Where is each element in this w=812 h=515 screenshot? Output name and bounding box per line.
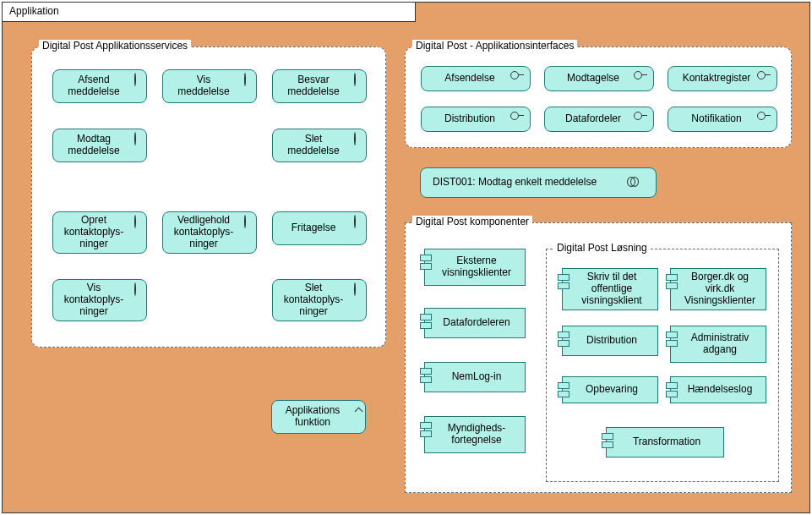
group-services-label: Digital Post Applikationsservices	[39, 40, 191, 52]
interface-icon	[760, 112, 771, 118]
service-label: Slet kontaktoplys-ninger	[280, 282, 347, 317]
service-icon	[349, 134, 361, 140]
service-vedligehold-kontakt[interactable]: Vedligehold kontaktoplys-ninger	[162, 211, 257, 254]
service-modtag[interactable]: Modtag meddelelse	[52, 129, 147, 162]
service-label: Afsend meddelelse	[60, 74, 128, 98]
service-icon	[349, 74, 361, 81]
comp-label: Hændelseslog	[688, 384, 753, 396]
comp-distribution[interactable]: Distribution	[562, 326, 658, 356]
interface-icon	[636, 71, 648, 78]
comp-eksterne-visningsklienter[interactable]: Eksterne visningsklienter	[424, 249, 526, 286]
interface-datafordeler[interactable]: Datafordeler	[544, 107, 654, 132]
service-icon	[239, 74, 251, 81]
interface-label: Afsendelse	[444, 73, 494, 85]
group-interfaces: Digital Post - Applikationsinterfaces Af…	[405, 47, 792, 148]
service-icon	[239, 216, 251, 223]
comp-label: Borger.dk og virk.dk Visningsklienter	[679, 271, 760, 306]
interface-distribution[interactable]: Distribution	[421, 107, 531, 132]
interface-icon	[760, 71, 771, 78]
service-label: Modtag meddelelse	[60, 134, 128, 157]
service-icon	[349, 284, 361, 291]
comp-haendelseslog[interactable]: Hændelseslog	[670, 376, 766, 403]
service-icon	[129, 74, 141, 81]
diagram-canvas: Applikation Digital Post Applikationsser…	[0, 0, 812, 515]
comp-myndighedsfortegnelse[interactable]: Myndigheds-fortegnelse	[424, 416, 526, 453]
service-opret-kontakt[interactable]: Opret kontaktoplys-ninger	[52, 211, 147, 254]
service-icon	[129, 216, 141, 223]
service-slet-meddelelse[interactable]: Slet meddelelse	[272, 129, 367, 162]
comp-label: Eksterne visningsklienter	[433, 255, 520, 279]
group-services: Digital Post Applikationsservices Afsend…	[31, 47, 386, 348]
comp-label: Myndigheds-fortegnelse	[433, 423, 520, 447]
service-icon	[129, 134, 141, 140]
service-label: Vis kontaktoplys-ninger	[60, 282, 128, 317]
group-komponenter-label: Digital Post komponenter	[412, 216, 532, 227]
application-title: Applikation	[9, 5, 59, 17]
service-label: Fritagelse	[292, 222, 336, 234]
service-label: Vedligehold kontaktoplys-ninger	[170, 215, 237, 249]
interface-kontaktregister[interactable]: Kontaktregister	[668, 66, 777, 91]
dist001[interactable]: DIST001: Modtag enkelt meddelelse	[420, 167, 657, 198]
interface-label: Modtagelse	[567, 73, 619, 85]
comp-borger-virk[interactable]: Borger.dk og virk.dk Visningsklienter	[670, 268, 766, 310]
application-tab: Applikation	[2, 2, 416, 22]
provided-interface-icon	[639, 178, 651, 184]
group-losning: Digital Post Løsning Skriv til det offen…	[546, 249, 779, 482]
service-afsend[interactable]: Afsend meddelelse	[52, 69, 147, 103]
interface-label: Kontaktregister	[683, 73, 751, 85]
service-fritagelse[interactable]: Fritagelse	[272, 211, 367, 245]
service-icon	[129, 284, 141, 291]
comp-label: Skriv til det offentlige visningsklient	[571, 271, 652, 306]
service-label: Besvar meddelelse	[280, 74, 347, 98]
comp-skriv-offentlige[interactable]: Skriv til det offentlige visningsklient	[562, 268, 658, 310]
service-vis-kontakt[interactable]: Vis kontaktoplys-ninger	[52, 279, 147, 321]
comp-label: Transformation	[633, 436, 700, 448]
comp-label: Administrativ adgang	[679, 332, 760, 356]
comp-label: Datafordeleren	[443, 317, 510, 329]
interface-icon	[513, 71, 525, 78]
interface-label: Datafordeler	[565, 113, 621, 125]
function-icon	[348, 405, 360, 412]
comp-datafordeleren[interactable]: Datafordeleren	[424, 308, 526, 338]
comp-transformation[interactable]: Transformation	[606, 427, 724, 457]
app-function[interactable]: Applikations funktion	[271, 400, 366, 434]
service-vis-meddelelse[interactable]: Vis meddelelse	[162, 69, 257, 103]
app-function-label: Applikations funktion	[279, 405, 346, 429]
comp-label: Distribution	[586, 335, 637, 347]
group-interfaces-label: Digital Post - Applikationsinterfaces	[412, 40, 577, 52]
service-label: Opret kontaktoplys-ninger	[60, 215, 128, 249]
service-icon	[349, 216, 361, 223]
interface-notifikation[interactable]: Notifikation	[668, 107, 777, 132]
service-label: Vis meddelelse	[170, 74, 237, 98]
service-besvar[interactable]: Besvar meddelelse	[272, 69, 367, 103]
application-frame: Applikation Digital Post Applikationsser…	[2, 2, 810, 513]
comp-opbevaring[interactable]: Opbevaring	[562, 376, 658, 403]
comp-nemlogin[interactable]: NemLog-in	[424, 362, 526, 392]
comp-admin-adgang[interactable]: Administrativ adgang	[670, 326, 766, 363]
interface-afsendelse[interactable]: Afsendelse	[421, 66, 531, 91]
comp-label: NemLog-in	[452, 371, 502, 383]
interface-label: Distribution	[444, 113, 495, 125]
service-slet-kontakt[interactable]: Slet kontaktoplys-ninger	[272, 279, 367, 321]
interface-icon	[636, 112, 648, 118]
service-label: Slet meddelelse	[280, 134, 347, 157]
comp-label: Opbevaring	[586, 384, 638, 396]
interface-icon	[513, 112, 525, 118]
interface-modtagelse[interactable]: Modtagelse	[544, 66, 654, 91]
group-losning-label: Digital Post Løsning	[553, 242, 651, 254]
dist001-label: DIST001: Modtag enkelt meddelelse	[433, 177, 597, 189]
group-komponenter: Digital Post komponenter Eksterne visnin…	[405, 222, 792, 493]
interface-label: Notifikation	[691, 113, 741, 125]
